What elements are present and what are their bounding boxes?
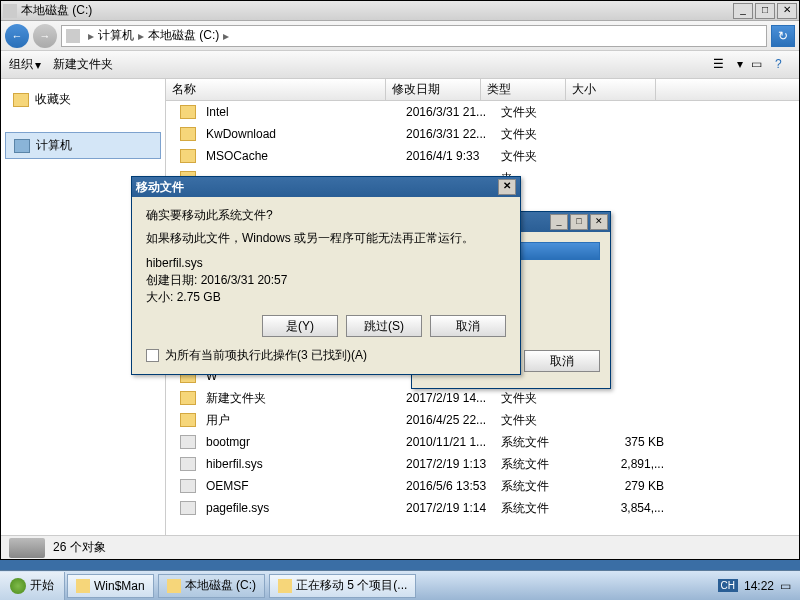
file-size: 3,854,... bbox=[580, 501, 670, 515]
maximize-button[interactable]: □ bbox=[755, 3, 775, 19]
file-size: 375 KB bbox=[580, 435, 670, 449]
file-row[interactable]: bootmgr2010/11/21 1...系统文件375 KB bbox=[166, 431, 799, 453]
folder-icon bbox=[180, 127, 196, 141]
windows-icon bbox=[10, 578, 26, 594]
help-icon[interactable]: ? bbox=[775, 57, 791, 73]
file-name: KwDownload bbox=[200, 127, 400, 141]
file-type: 文件夹 bbox=[495, 390, 580, 407]
task-label: 正在移动 5 个项目(... bbox=[296, 577, 407, 594]
file-date: 2016/3/31 22... bbox=[400, 127, 495, 141]
move-file-confirm-dialog: 移动文件 ✕ 确实要移动此系统文件? 如果移动此文件，Windows 或另一程序… bbox=[131, 176, 521, 375]
apply-all-checkbox[interactable] bbox=[146, 349, 159, 362]
file-name: bootmgr bbox=[200, 435, 400, 449]
minimize-button[interactable]: _ bbox=[733, 3, 753, 19]
refresh-button[interactable]: ↻ bbox=[771, 25, 795, 47]
file-type: 文件夹 bbox=[495, 104, 580, 121]
minimize-button[interactable]: _ bbox=[550, 214, 568, 230]
close-button[interactable]: ✕ bbox=[590, 214, 608, 230]
taskbar-item[interactable]: Win$Man bbox=[67, 574, 154, 598]
file-row[interactable]: 新建文件夹2017/2/19 14...文件夹 bbox=[166, 387, 799, 409]
file-type: 文件夹 bbox=[495, 148, 580, 165]
file-date: 2017/2/19 14... bbox=[400, 391, 495, 405]
file-row[interactable]: Intel2016/3/31 21...文件夹 bbox=[166, 101, 799, 123]
dialog-question: 确实要移动此系统文件? bbox=[146, 207, 506, 224]
taskbar-item[interactable]: 正在移动 5 个项目(... bbox=[269, 574, 416, 598]
breadcrumb-drive[interactable]: 本地磁盘 (C:) bbox=[148, 27, 219, 44]
start-label: 开始 bbox=[30, 577, 54, 594]
file-type: 系统文件 bbox=[495, 434, 580, 451]
favorites-icon bbox=[13, 93, 29, 107]
drive-icon bbox=[3, 4, 17, 18]
cancel-button[interactable]: 取消 bbox=[430, 315, 506, 337]
skip-button[interactable]: 跳过(S) bbox=[346, 315, 422, 337]
column-name[interactable]: 名称 bbox=[166, 79, 386, 100]
drive-status-icon bbox=[9, 538, 45, 558]
taskbar-item[interactable]: 本地磁盘 (C:) bbox=[158, 574, 265, 598]
task-label: Win$Man bbox=[94, 579, 145, 593]
file-date: 2010/11/21 1... bbox=[400, 435, 495, 449]
language-indicator[interactable]: CH bbox=[718, 579, 738, 592]
folder-icon bbox=[180, 391, 196, 405]
file-name: 用户 bbox=[200, 412, 400, 429]
close-button[interactable]: ✕ bbox=[498, 179, 516, 195]
file-size: 279 KB bbox=[580, 479, 670, 493]
status-bar: 26 个对象 bbox=[1, 535, 799, 559]
system-file-icon bbox=[180, 479, 196, 493]
breadcrumb-computer[interactable]: 计算机 bbox=[98, 27, 134, 44]
organize-menu[interactable]: 组织 ▾ bbox=[9, 56, 41, 73]
maximize-button[interactable]: □ bbox=[570, 214, 588, 230]
sidebar-label: 计算机 bbox=[36, 137, 72, 154]
breadcrumb[interactable]: ▸ 计算机 ▸ 本地磁盘 (C:) ▸ bbox=[61, 25, 767, 47]
window-title: 本地磁盘 (C:) bbox=[21, 2, 733, 19]
file-row[interactable]: 用户2016/4/25 22...文件夹 bbox=[166, 409, 799, 431]
clock[interactable]: 14:22 bbox=[744, 579, 774, 593]
column-type[interactable]: 类型 bbox=[481, 79, 566, 100]
forward-button[interactable]: → bbox=[33, 24, 57, 48]
file-name: Intel bbox=[200, 105, 400, 119]
close-button[interactable]: ✕ bbox=[777, 3, 797, 19]
file-row[interactable]: hiberfil.sys2017/2/19 1:13系统文件2,891,... bbox=[166, 453, 799, 475]
file-date: 2016/4/1 9:33 bbox=[400, 149, 495, 163]
file-name: hiberfil.sys bbox=[200, 457, 400, 471]
sidebar-item-favorites[interactable]: 收藏夹 bbox=[5, 87, 161, 112]
dialog-size: 大小: 2.75 GB bbox=[146, 289, 506, 306]
chevron-down-icon[interactable]: ▾ bbox=[737, 57, 743, 73]
start-button[interactable]: 开始 bbox=[0, 572, 65, 600]
file-row[interactable]: KwDownload2016/3/31 22...文件夹 bbox=[166, 123, 799, 145]
file-name: OEMSF bbox=[200, 479, 400, 493]
file-row[interactable]: OEMSF2016/5/6 13:53系统文件279 KB bbox=[166, 475, 799, 497]
computer-icon bbox=[14, 139, 30, 153]
system-file-icon bbox=[180, 457, 196, 471]
file-type: 系统文件 bbox=[495, 456, 580, 473]
app-icon bbox=[76, 579, 90, 593]
file-name: MSOCache bbox=[200, 149, 400, 163]
cancel-button[interactable]: 取消 bbox=[524, 350, 600, 372]
task-label: 本地磁盘 (C:) bbox=[185, 577, 256, 594]
view-options-icon[interactable]: ☰ bbox=[713, 57, 729, 73]
tray-icon[interactable]: ▭ bbox=[780, 579, 794, 593]
folder-icon bbox=[278, 579, 292, 593]
file-type: 文件夹 bbox=[495, 412, 580, 429]
file-row[interactable]: MSOCache2016/4/1 9:33文件夹 bbox=[166, 145, 799, 167]
new-folder-button[interactable]: 新建文件夹 bbox=[53, 56, 113, 73]
status-text: 26 个对象 bbox=[53, 539, 106, 556]
sidebar-label: 收藏夹 bbox=[35, 91, 71, 108]
taskbar: 开始 Win$Man 本地磁盘 (C:) 正在移动 5 个项目(... CH 1… bbox=[0, 570, 800, 600]
column-size[interactable]: 大小 bbox=[566, 79, 656, 100]
toolbar: 组织 ▾ 新建文件夹 ☰ ▾ ▭ ? bbox=[1, 51, 799, 79]
folder-icon bbox=[167, 579, 181, 593]
dialog-filename: hiberfil.sys bbox=[146, 255, 506, 272]
yes-button[interactable]: 是(Y) bbox=[262, 315, 338, 337]
file-date: 2017/2/19 1:14 bbox=[400, 501, 495, 515]
preview-pane-icon[interactable]: ▭ bbox=[751, 57, 767, 73]
column-date[interactable]: 修改日期 bbox=[386, 79, 481, 100]
organize-label: 组织 bbox=[9, 56, 33, 73]
back-button[interactable]: ← bbox=[5, 24, 29, 48]
file-name: 新建文件夹 bbox=[200, 390, 400, 407]
folder-icon bbox=[180, 413, 196, 427]
file-row[interactable]: pagefile.sys2017/2/19 1:14系统文件3,854,... bbox=[166, 497, 799, 519]
file-date: 2016/3/31 21... bbox=[400, 105, 495, 119]
system-file-icon bbox=[180, 435, 196, 449]
sidebar-item-computer[interactable]: 计算机 bbox=[5, 132, 161, 159]
file-type: 文件夹 bbox=[495, 126, 580, 143]
